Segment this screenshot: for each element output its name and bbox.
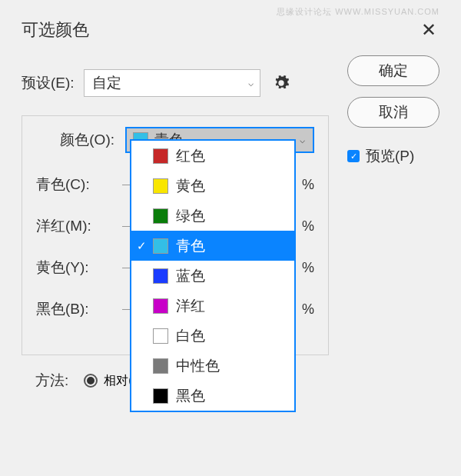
preview-checkbox[interactable]: ✓ — [347, 150, 360, 162]
color-swatch — [153, 358, 168, 374]
check-icon: ✓ — [137, 239, 147, 253]
chevron-down-icon: ⌵ — [300, 135, 305, 145]
percent-symbol: % — [300, 301, 314, 318]
color-swatch — [153, 178, 168, 194]
relative-radio[interactable] — [84, 374, 98, 388]
color-dropdown: 红色黄色绿色✓青色蓝色洋红白色中性色黑色 — [130, 139, 296, 412]
dropdown-item-label: 绿色 — [176, 206, 205, 226]
close-icon[interactable]: ✕ — [418, 19, 439, 41]
watermark-text: 思缘设计论坛 WWW.MISSYUAN.COM — [277, 6, 439, 18]
color-swatch — [153, 238, 168, 254]
dropdown-item-label: 青色 — [176, 236, 205, 256]
dropdown-item[interactable]: 白色 — [131, 321, 294, 351]
ok-button[interactable]: 确定 — [347, 55, 439, 86]
dropdown-item-label: 黑色 — [176, 386, 205, 406]
preset-label: 预设(E): — [22, 73, 75, 93]
dialog-title: 可选颜色 — [22, 18, 89, 42]
dropdown-item-label: 洋红 — [176, 296, 205, 316]
dropdown-item[interactable]: 中性色 — [131, 351, 294, 381]
percent-symbol: % — [300, 218, 314, 235]
dropdown-item[interactable]: 黑色 — [131, 381, 294, 411]
dropdown-item[interactable]: ✓青色 — [131, 231, 294, 261]
dropdown-item-label: 红色 — [176, 146, 205, 166]
color-swatch — [153, 298, 168, 314]
preview-label: 预览(P) — [366, 146, 414, 166]
percent-symbol: % — [300, 260, 314, 276]
black-label: 黑色(B): — [36, 299, 114, 319]
percent-symbol: % — [300, 177, 314, 193]
color-swatch — [153, 208, 168, 224]
chevron-down-icon: ⌵ — [248, 78, 254, 88]
preset-select[interactable]: 自定 ⌵ — [84, 69, 260, 97]
dropdown-item-label: 中性色 — [176, 356, 220, 376]
method-label: 方法: — [35, 371, 68, 391]
cancel-button[interactable]: 取消 — [347, 97, 439, 128]
dropdown-item[interactable]: 洋红 — [131, 291, 294, 321]
dropdown-item-label: 蓝色 — [176, 266, 205, 286]
color-label: 颜色(O): — [36, 130, 114, 150]
dropdown-item-label: 白色 — [176, 326, 205, 346]
color-swatch — [153, 388, 168, 404]
color-swatch — [153, 268, 168, 284]
color-swatch — [153, 148, 168, 164]
preset-value: 自定 — [92, 73, 121, 93]
dropdown-item-label: 黄色 — [176, 176, 205, 196]
gear-icon[interactable] — [273, 75, 290, 92]
cyan-label: 青色(C): — [36, 175, 114, 195]
dropdown-item[interactable]: 绿色 — [131, 201, 294, 231]
dropdown-item[interactable]: 蓝色 — [131, 261, 294, 291]
dropdown-item[interactable]: 红色 — [131, 141, 294, 171]
magenta-label: 洋红(M): — [36, 216, 114, 236]
yellow-label: 黄色(Y): — [36, 258, 114, 278]
dropdown-item[interactable]: 黄色 — [131, 171, 294, 201]
color-swatch — [153, 328, 168, 344]
